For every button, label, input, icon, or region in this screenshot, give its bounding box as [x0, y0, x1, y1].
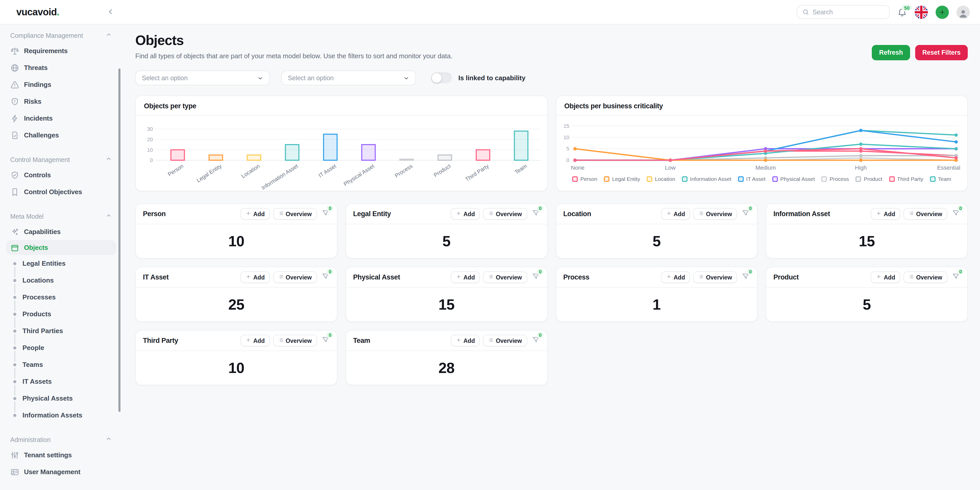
sidebar-item-information-assets[interactable]: Information Assets: [0, 407, 121, 424]
legend-item-legal-entity[interactable]: Legal Entity: [604, 176, 640, 182]
overview-button[interactable]: Overview: [273, 271, 317, 283]
filter-funnel-button[interactable]: 0: [531, 272, 540, 282]
sidebar-item-people[interactable]: People: [0, 339, 121, 356]
add-button[interactable]: Add: [240, 271, 270, 283]
object-count: 15: [859, 233, 875, 250]
sidebar-item-label: Requirements: [24, 47, 68, 55]
overview-button[interactable]: Overview: [483, 208, 527, 220]
sidebar-item-challenges[interactable]: Challenges: [0, 127, 121, 144]
add-button[interactable]: Add: [451, 208, 480, 220]
search-box[interactable]: [797, 5, 890, 19]
language-flag-button[interactable]: [915, 5, 928, 19]
overview-button[interactable]: Overview: [904, 271, 947, 283]
sidebar-item-label: Threats: [24, 64, 48, 72]
warning-triangle-icon: [10, 80, 19, 89]
refresh-button[interactable]: Refresh: [872, 45, 910, 60]
filter-funnel-button[interactable]: 0: [742, 209, 750, 219]
filter-funnel-button[interactable]: 0: [321, 209, 330, 219]
sidebar-item-capabilities[interactable]: Capabilities: [0, 223, 121, 240]
user-avatar[interactable]: [956, 5, 970, 19]
overview-button[interactable]: Overview: [483, 335, 527, 346]
overview-button[interactable]: Overview: [904, 208, 947, 220]
sidebar-item-it-assets[interactable]: IT Assets: [0, 373, 121, 390]
reset-filters-button[interactable]: Reset Filters: [915, 45, 968, 60]
filter-funnel-button[interactable]: 0: [531, 336, 540, 345]
sidebar-section-compliance-management[interactable]: Compliance Management: [10, 32, 112, 39]
sidebar-item-controls[interactable]: Controls: [0, 166, 121, 184]
sidebar-scrollbar[interactable]: [118, 69, 121, 412]
sidebar-item-requirements[interactable]: Requirements: [0, 42, 121, 59]
legend-item-team[interactable]: Team: [930, 176, 951, 182]
legend-item-location[interactable]: Location: [647, 176, 675, 182]
sidebar-item-processes[interactable]: Processes: [0, 289, 121, 306]
add-button[interactable]: Add: [451, 335, 480, 346]
sidebar-section-meta-model[interactable]: Meta Model: [10, 212, 112, 220]
add-button[interactable]: Add: [240, 208, 270, 220]
sidebar-item-control-objectives[interactable]: Control Objectives: [0, 184, 121, 200]
filter-select-1[interactable]: Select an option: [135, 70, 270, 85]
select-placeholder: Select an option: [288, 74, 334, 81]
object-card-body: 15: [767, 224, 967, 258]
capability-toggle[interactable]: [431, 73, 452, 83]
sidebar-item-tenant-settings[interactable]: Tenant settings: [0, 447, 121, 463]
bookmark-icon: [10, 187, 19, 196]
legend-item-physical-asset[interactable]: Physical Asset: [772, 176, 815, 182]
filter-funnel-button[interactable]: 0: [321, 336, 330, 345]
legend-item-information-asset[interactable]: Information Asset: [682, 176, 732, 182]
legend-swatch-icon: [889, 176, 894, 182]
sidebar-section-control-management[interactable]: Control Management: [10, 156, 112, 163]
object-card-header: Third PartyAddOverview0: [136, 330, 337, 351]
add-button[interactable]: Add: [661, 208, 690, 220]
legend-item-process[interactable]: Process: [821, 176, 849, 182]
filter-funnel-button[interactable]: 0: [952, 272, 960, 282]
legend-item-it-asset[interactable]: IT Asset: [738, 176, 765, 182]
sidebar-item-objects[interactable]: Objects: [6, 240, 116, 255]
sidebar-collapse-button[interactable]: [105, 6, 116, 18]
sidebar-item-label: Risks: [24, 97, 41, 105]
page-title: Objects: [135, 33, 452, 48]
overview-button[interactable]: Overview: [693, 271, 737, 283]
legend-item-person[interactable]: Person: [572, 176, 597, 182]
notifications-button[interactable]: 50: [897, 7, 907, 17]
sidebar-item-user-management[interactable]: User Management: [0, 463, 121, 480]
filter-funnel-button[interactable]: 0: [742, 272, 750, 282]
sidebar-item-legal-entities[interactable]: Legal Entities: [0, 255, 121, 272]
search-input[interactable]: [813, 8, 884, 16]
legend-item-third-party[interactable]: Third Party: [889, 176, 923, 182]
add-button[interactable]: Add: [661, 271, 690, 283]
overview-button[interactable]: Overview: [483, 271, 527, 283]
object-card-title: Product: [773, 273, 799, 281]
sidebar-item-threats[interactable]: Threats: [0, 59, 121, 76]
sidebar-item-incidents[interactable]: Incidents: [0, 110, 121, 127]
sidebar-item-physical-assets[interactable]: Physical Assets: [0, 390, 121, 407]
add-button[interactable]: Add: [871, 271, 900, 283]
filter-count-badge: 0: [957, 205, 964, 212]
object-card-header: ProductAddOverview0: [767, 267, 967, 288]
sidebar-item-locations[interactable]: Locations: [0, 272, 121, 289]
sidebar-item-third-parties[interactable]: Third Parties: [0, 322, 121, 339]
overview-button[interactable]: Overview: [273, 208, 317, 220]
svg-text:10: 10: [147, 147, 153, 153]
add-button[interactable]: Add: [871, 208, 900, 220]
object-card-title: Team: [353, 337, 370, 345]
filter-funnel-button[interactable]: 0: [321, 272, 330, 282]
quick-add-button[interactable]: [935, 5, 949, 19]
add-button[interactable]: Add: [451, 271, 480, 283]
sidebar-item-products[interactable]: Products: [0, 306, 121, 322]
sidebar-section-administration[interactable]: Administration: [10, 436, 112, 444]
add-button[interactable]: Add: [240, 335, 270, 346]
filter-funnel-button[interactable]: 0: [952, 209, 960, 219]
sidebar-item-teams[interactable]: Teams: [0, 356, 121, 373]
filter-funnel-button[interactable]: 0: [531, 209, 540, 219]
svg-text:Medium: Medium: [755, 164, 776, 171]
sidebar-item-label: People: [22, 344, 44, 351]
sidebar-item-risks[interactable]: Risks: [0, 93, 121, 110]
legend-item-product[interactable]: Product: [856, 176, 882, 182]
sidebar-item-findings[interactable]: Findings: [0, 76, 121, 93]
logo-dot: .: [57, 6, 59, 17]
overview-button[interactable]: Overview: [693, 208, 737, 220]
sliders-icon: [10, 450, 19, 460]
object-card-information-asset: Information AssetAddOverview015: [766, 203, 968, 259]
overview-button[interactable]: Overview: [273, 335, 317, 346]
filter-select-2[interactable]: Select an option: [281, 70, 416, 85]
